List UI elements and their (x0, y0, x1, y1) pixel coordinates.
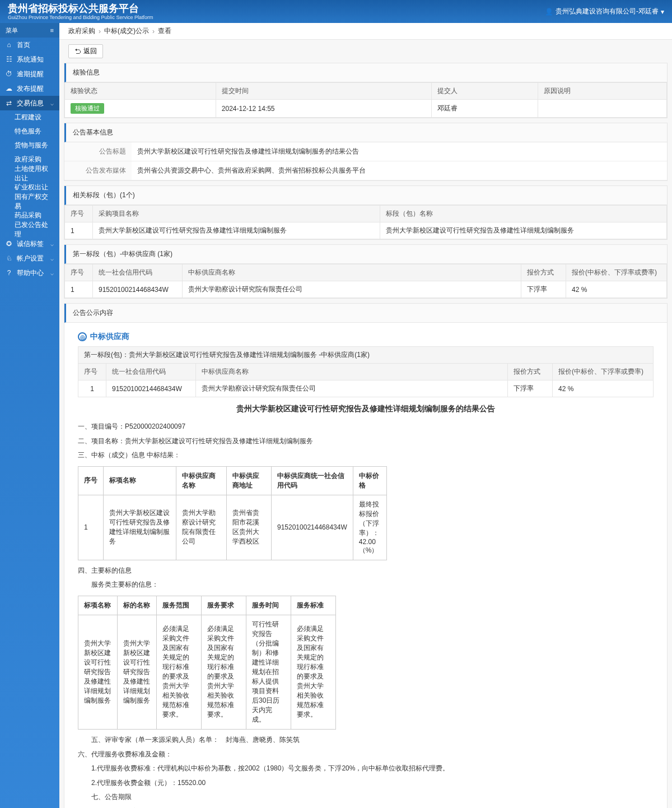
status-badge: 核验通过 (71, 103, 104, 114)
sidebar-subitem[interactable]: 国有产权交易 (0, 194, 59, 208)
sidebar-item[interactable]: ⏱逾期提醒 (0, 67, 59, 81)
table-row: 1 贵州大学新校区建设可行性研究报告及修建性详细规划编制服务 贵州大学新校区建设… (65, 222, 667, 239)
menu-icon: ⇄ (6, 99, 12, 107)
sidebar-item[interactable]: ⌂首页 (0, 38, 59, 52)
menu-icon: ⌂ (6, 41, 12, 49)
sidebar-subitem[interactable]: 土地使用权出让 (0, 166, 59, 180)
user-menu[interactable]: 👤 贵州弘典建设咨询有限公司-邓廷睿 ▾ (545, 7, 664, 16)
menu-icon: ✪ (6, 240, 12, 248)
back-button[interactable]: ⮌ 返回 (68, 44, 103, 58)
target-icon: ◎ (78, 332, 87, 341)
user-icon: 👤 (545, 8, 553, 16)
table-row: 1 贵州大学新校区建设可行性研究报告及修建性详细规划编制服务 贵州大学勘察设计研… (78, 495, 387, 560)
menu-header: 菜单 ≡ (0, 23, 59, 38)
sidebar-subitem[interactable]: 已发公告处理 (0, 222, 59, 236)
back-arrow-icon: ⮌ (74, 48, 81, 55)
chevron-icon: ⌵ (50, 270, 54, 276)
chevron-down-icon: ▾ (661, 8, 664, 16)
sidebar-item[interactable]: ♘帐户设置⌵ (0, 251, 59, 266)
app-title-en: GuiZhou Province Tendering and Bidding P… (8, 15, 153, 20)
breadcrumb: 政府采购 › 中标(成交)公示 › 查看 (59, 23, 672, 40)
sidebar: 菜单 ≡ ⌂首页☷系统通知⏱逾期提醒☁发布提醒⇄交易信息⌵工程建设特色服务货物与… (0, 23, 59, 808)
chevron-icon: ⌵ (50, 256, 54, 262)
sidebar-item[interactable]: ⇄交易信息⌵ (0, 96, 59, 110)
app-title-cn: 贵州省招标投标公共服务平台 (8, 3, 153, 13)
winning-supplier-header: ◎ 中标供应商 (78, 332, 654, 342)
menu-collapse-icon[interactable]: ≡ (50, 27, 54, 34)
main-content: 政府采购 › 中标(成交)公示 › 查看 ⮌ 返回 核验信息 核验状态 提交时间… (59, 23, 672, 808)
chevron-icon: ⌵ (50, 100, 54, 106)
table-row: 1 91520100214468434W 贵州大学勘察设计研究院有限责任公司 下… (78, 380, 654, 397)
sidebar-subitem[interactable]: 特色服务 (0, 124, 59, 138)
app-header: 贵州省招标投标公共服务平台 GuiZhou Province Tendering… (0, 0, 672, 23)
menu-icon: ? (6, 269, 12, 277)
sidebar-item[interactable]: ☷系统通知 (0, 52, 59, 67)
menu-icon: ⏱ (6, 70, 12, 78)
menu-icon: ☷ (6, 55, 12, 63)
menu-icon: ♘ (6, 254, 12, 262)
menu-icon: ☁ (6, 85, 12, 92)
sidebar-subitem[interactable]: 货物与服务 (0, 138, 59, 152)
table-row: 1 91520100214468434W 贵州大学勘察设计研究院有限责任公司 下… (65, 281, 667, 298)
announce-title: 贵州大学新校区建设可行性研究报告及修建性详细规划编制服务的结果公告 (78, 404, 654, 414)
table-row: 贵州大学新校区建设可行性研究报告及修建性详细规划编制服务 贵州大学新校区建设可行… (78, 615, 336, 729)
verify-panel-title: 核验信息 (64, 63, 667, 82)
sidebar-subitem[interactable]: 工程建设 (0, 110, 59, 124)
chevron-icon: ⌵ (50, 241, 54, 247)
sidebar-item[interactable]: ?帮助中心⌵ (0, 266, 59, 280)
sidebar-item[interactable]: ☁发布提醒 (0, 81, 59, 96)
